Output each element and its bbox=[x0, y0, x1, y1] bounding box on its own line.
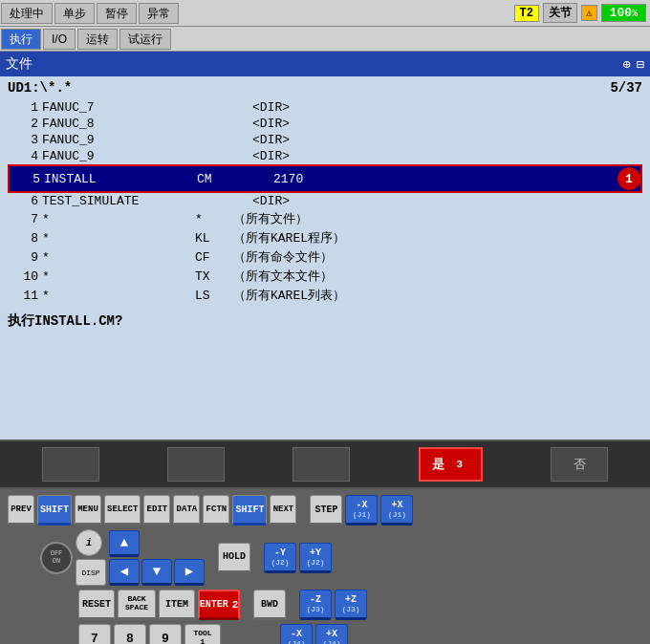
btn-step[interactable]: 单步 bbox=[54, 3, 95, 24]
btn-pause[interactable]: 暂停 bbox=[97, 3, 137, 24]
softkey-no[interactable]: 否 bbox=[551, 447, 608, 482]
file-list-area: UD1:\*.* 5/37 1 FANUC_7 <DIR> 2 FANUC_8 … bbox=[0, 76, 650, 440]
table-row[interactable]: 6 TEST_SIMULATE <DIR> bbox=[8, 193, 642, 209]
key-j4p[interactable]: +X(J4) bbox=[315, 624, 348, 644]
toolbar-row2: 执行 I/O 运转 试运行 bbox=[0, 27, 650, 52]
kbd-row3: RESET BACKSPACE ITEM ENTER 2 BWD -Z(J3) … bbox=[8, 590, 642, 620]
key-backspace[interactable]: BACKSPACE bbox=[118, 590, 156, 620]
btn-execute[interactable]: 执行 bbox=[1, 29, 41, 50]
key-j1p[interactable]: +X(J1) bbox=[380, 495, 413, 526]
btn-test-run[interactable]: 试运行 bbox=[119, 29, 171, 50]
table-row[interactable]: 9 * CF （所有命令文件） bbox=[8, 247, 642, 267]
key-j3p[interactable]: +Z(J3) bbox=[335, 590, 367, 620]
arrow-group: ▲ ◀ ▼ ▶ bbox=[109, 530, 205, 586]
warn-icon: ⚠ bbox=[581, 5, 597, 21]
softkey-bar: 是 3 否 bbox=[0, 440, 650, 489]
key-step[interactable]: STEP bbox=[310, 495, 342, 526]
key-disp[interactable]: DISP bbox=[76, 559, 106, 586]
key-data[interactable]: DATA bbox=[173, 495, 200, 526]
key-reset[interactable]: RESET bbox=[78, 590, 115, 620]
key-bwd[interactable]: BWD bbox=[253, 590, 286, 620]
key-j4m[interactable]: -X(J4) bbox=[280, 624, 313, 644]
file-title: 文件 bbox=[6, 55, 32, 73]
key-j3m[interactable]: -Z(J3) bbox=[299, 590, 332, 620]
toolbar-row1: 处理中 单步 暂停 异常 T2 关节 ⚠ 100% bbox=[0, 0, 650, 27]
confirm-line: 执行INSTALL.CM? bbox=[8, 312, 642, 330]
key-select[interactable]: SELECT bbox=[104, 495, 141, 526]
softkey-empty3[interactable] bbox=[292, 447, 350, 482]
grid-icon[interactable]: ⊟ bbox=[637, 56, 644, 73]
file-counter: 5/37 bbox=[610, 80, 642, 96]
table-row[interactable]: 4 FANUC_9 <DIR> bbox=[8, 148, 642, 164]
key-9[interactable]: 9 bbox=[149, 624, 182, 644]
softkey-empty2[interactable] bbox=[167, 447, 225, 482]
key-menu[interactable]: MENU bbox=[75, 495, 101, 526]
softkey-empty1[interactable] bbox=[42, 447, 99, 482]
key-j1m[interactable]: -X(J1) bbox=[345, 495, 378, 526]
key-shift-left[interactable]: SHIFT bbox=[37, 495, 72, 526]
key-arrow-up[interactable]: ▲ bbox=[109, 530, 140, 557]
status-joint: 关节 bbox=[543, 3, 577, 23]
table-row[interactable]: 11 * LS （所有KAREL列表） bbox=[8, 286, 642, 305]
table-row[interactable]: 2 FANUC_8 <DIR> bbox=[8, 116, 642, 132]
key-next[interactable]: NEXT bbox=[270, 495, 296, 526]
badge-2: 2 bbox=[232, 595, 239, 614]
keyboard-area: PREV SHIFT MENU SELECT EDIT DATA FCTN SH… bbox=[0, 489, 650, 644]
key-tool1[interactable]: TOOL1 bbox=[184, 624, 221, 644]
file-header-icons: ⊕ ⊟ bbox=[622, 56, 644, 73]
key-j2p[interactable]: +Y(J2) bbox=[299, 543, 332, 573]
kbd-row4: 7 8 9 TOOL1 -X(J4) +X(J4) bbox=[8, 624, 642, 644]
badge-3: 3 bbox=[450, 455, 469, 474]
status-t2: T2 bbox=[514, 5, 539, 22]
key-j2m[interactable]: -Y(J2) bbox=[264, 543, 296, 573]
key-info[interactable]: i bbox=[76, 529, 102, 556]
badge-1: 1 bbox=[618, 167, 640, 190]
key-edit[interactable]: EDIT bbox=[143, 495, 170, 526]
key-offon[interactable]: OFFON bbox=[40, 542, 73, 574]
table-row-selected[interactable]: 5 INSTALL CM 2170 1 bbox=[8, 164, 642, 193]
key-arrow-left[interactable]: ◀ bbox=[109, 559, 140, 586]
key-fctn[interactable]: FCTN bbox=[203, 495, 229, 526]
key-item[interactable]: ITEM bbox=[159, 590, 195, 620]
table-row[interactable]: 7 * * （所有文件） bbox=[8, 209, 642, 228]
zoom-icon[interactable]: ⊕ bbox=[622, 56, 630, 73]
key-7[interactable]: 7 bbox=[78, 624, 111, 644]
softkey-yes[interactable]: 是 3 bbox=[419, 447, 483, 482]
table-row[interactable]: 1 FANUC_7 <DIR> bbox=[8, 99, 642, 116]
key-shift-right[interactable]: SHIFT bbox=[232, 495, 267, 526]
path-line: UD1:\*.* 5/37 bbox=[8, 80, 642, 96]
btn-processing[interactable]: 处理中 bbox=[1, 3, 53, 24]
file-header: 文件 ⊕ ⊟ bbox=[0, 52, 650, 76]
kbd-row1: PREV SHIFT MENU SELECT EDIT DATA FCTN SH… bbox=[8, 495, 642, 526]
file-path: UD1:\*.* bbox=[8, 80, 72, 96]
btn-io[interactable]: I/O bbox=[43, 29, 76, 50]
table-row[interactable]: 8 * KL （所有KAREL程序） bbox=[8, 228, 642, 247]
key-arrow-right[interactable]: ▶ bbox=[174, 559, 205, 586]
status-pct: 100% bbox=[601, 4, 646, 22]
key-arrow-down[interactable]: ▼ bbox=[141, 559, 172, 586]
key-8[interactable]: 8 bbox=[114, 624, 146, 644]
btn-error[interactable]: 异常 bbox=[139, 3, 179, 24]
toolbar-status: T2 关节 ⚠ 100% bbox=[514, 3, 650, 23]
key-enter[interactable]: ENTER 2 bbox=[198, 590, 240, 620]
table-row[interactable]: 3 FANUC_9 <DIR> bbox=[8, 132, 642, 148]
key-prev[interactable]: PREV bbox=[8, 495, 34, 526]
table-row[interactable]: 10 * TX （所有文本文件） bbox=[8, 267, 642, 286]
kbd-row2: OFFON i DISP ▲ ◀ ▼ ▶ HOLD -Y(J2) +Y(J2) bbox=[8, 529, 642, 586]
disp-info-group: i DISP bbox=[76, 529, 106, 586]
btn-run[interactable]: 运转 bbox=[77, 29, 118, 50]
key-hold[interactable]: HOLD bbox=[218, 543, 250, 573]
